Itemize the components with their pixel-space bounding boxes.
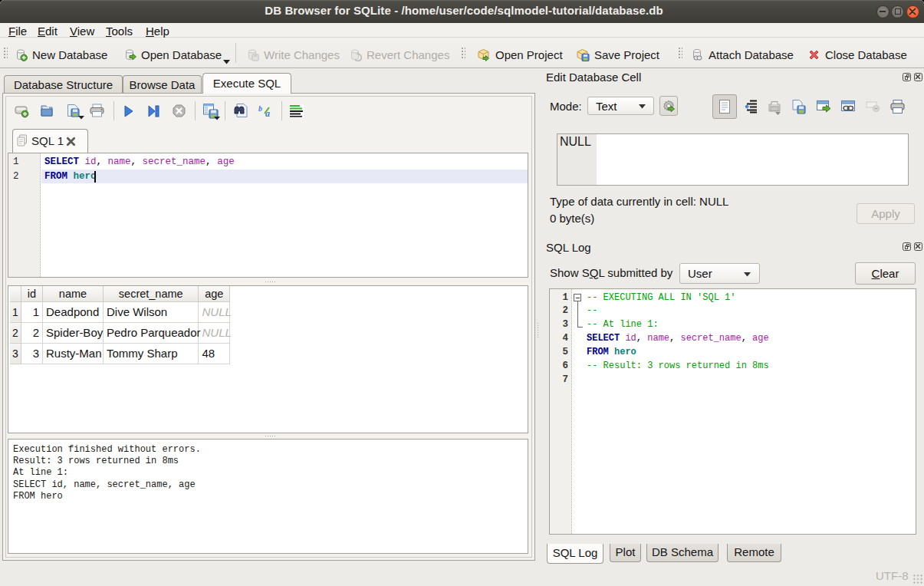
svg-text:b: b bbox=[258, 104, 262, 113]
